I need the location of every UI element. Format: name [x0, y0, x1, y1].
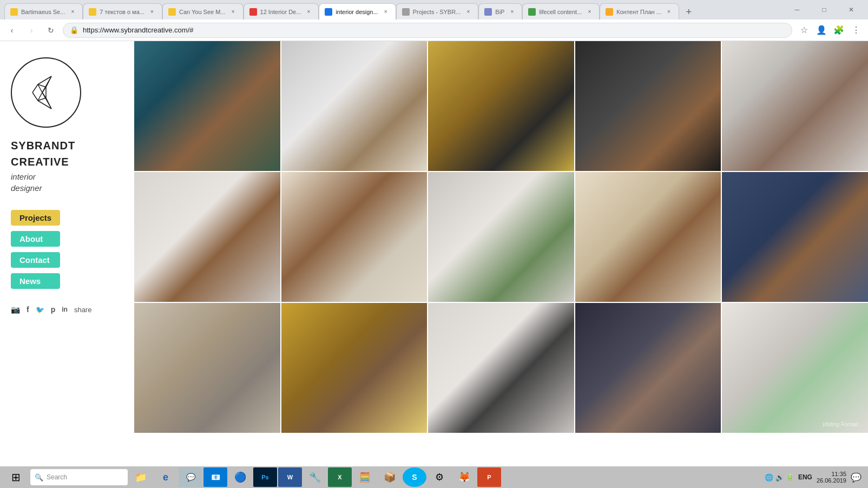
- tab-close[interactable]: ×: [148, 8, 156, 16]
- brand-name-line2: CREATIVE: [11, 155, 69, 169]
- tab-canyousee[interactable]: Can You See M... ×: [162, 3, 244, 19]
- gallery-image-12: [281, 303, 428, 433]
- reload-button[interactable]: ↻: [43, 23, 58, 38]
- watermark-text: Visiting Format...: [822, 421, 863, 427]
- maximize-button[interactable]: □: [812, 2, 837, 18]
- facebook-icon[interactable]: f: [27, 305, 29, 314]
- forward-button[interactable]: ›: [24, 23, 39, 38]
- tab-close[interactable]: ×: [464, 8, 472, 16]
- tab-label: Контент План ...: [616, 9, 661, 15]
- tab-close[interactable]: ×: [382, 8, 390, 16]
- linkedin-icon[interactable]: in: [62, 306, 68, 313]
- svg-line-2: [32, 93, 38, 101]
- address-bar: ‹ › ↻ 🔒 https://www.sybrandtcreative.com…: [0, 19, 868, 41]
- gallery-item-14[interactable]: [575, 303, 721, 433]
- tab-close[interactable]: ×: [508, 8, 516, 16]
- browser-chrome: Bartimaeus Se... × 7 текстов о ма... × C…: [0, 0, 868, 464]
- gallery-item-5[interactable]: [722, 41, 868, 171]
- tab-sybrandt[interactable]: interior design... ×: [319, 3, 396, 19]
- browser-titlebar: Bartimaeus Se... × 7 текстов о ма... × C…: [0, 0, 868, 19]
- gallery-item-2[interactable]: [281, 41, 428, 171]
- tab-favicon: [89, 8, 96, 16]
- tab-projects[interactable]: Projects - SYBR... ×: [396, 3, 479, 19]
- url-bar[interactable]: 🔒 https://www.sybrandtcreative.com/#: [63, 23, 792, 38]
- tab-7texts[interactable]: 7 текстов о ма... ×: [83, 3, 162, 19]
- tab-favicon: [10, 8, 18, 16]
- pinterest-icon[interactable]: p: [51, 305, 56, 314]
- tab-bartimaeus[interactable]: Bartimaeus Se... ×: [4, 3, 83, 19]
- close-button[interactable]: ✕: [839, 2, 864, 18]
- gallery-image-8: [428, 172, 574, 302]
- gallery-image-2: [281, 41, 428, 171]
- window-controls: ─ □ ✕: [785, 2, 864, 18]
- tab-favicon: [168, 8, 176, 16]
- gallery-image-9: [575, 172, 721, 302]
- tab-favicon: [402, 8, 410, 16]
- gallery-image-10: [722, 172, 868, 302]
- back-button[interactable]: ‹: [4, 23, 19, 38]
- gallery-image-1: [134, 41, 280, 171]
- gallery-item-3[interactable]: [428, 41, 574, 171]
- twitter-icon[interactable]: 🐦: [36, 306, 44, 314]
- gallery-item-11[interactable]: [134, 303, 280, 433]
- extensions-icon[interactable]: 🧩: [831, 23, 846, 38]
- tab-close[interactable]: ×: [665, 8, 673, 16]
- sidebar: SYBRANDT CREATIVE interior designer Proj…: [0, 41, 134, 464]
- menu-icon[interactable]: ⋮: [849, 23, 864, 38]
- brand-name-line1: SYBRANDT: [11, 139, 75, 153]
- gallery-image-11: [134, 303, 280, 433]
- gallery-image-14: [575, 303, 721, 433]
- tab-lifecell[interactable]: lifecell content... ×: [522, 3, 600, 19]
- tab-favicon: [528, 8, 536, 16]
- tab-favicon: [484, 8, 492, 16]
- tab-label: lifecell content...: [539, 9, 582, 15]
- svg-line-1: [32, 84, 38, 93]
- new-tab-button[interactable]: +: [681, 4, 696, 19]
- gallery-item-8[interactable]: [428, 172, 574, 302]
- tab-label: 7 текстов о ма...: [100, 9, 144, 15]
- tab-label: Bartimaeus Se...: [21, 9, 65, 15]
- nav-item-projects[interactable]: Projects: [11, 210, 60, 226]
- nav-menu: Projects About Contact News: [11, 210, 60, 289]
- tab-strip: Bartimaeus Se... × 7 текстов о ма... × C…: [4, 0, 778, 19]
- gallery-item-12[interactable]: [281, 303, 428, 433]
- tab-favicon: [606, 8, 613, 16]
- tab-label: BiP: [495, 9, 504, 15]
- profile-icon[interactable]: 👤: [814, 23, 829, 38]
- gallery-item-13[interactable]: [428, 303, 574, 433]
- tab-label: 12 Interior De...: [260, 9, 301, 15]
- tab-label: Can You See M...: [179, 9, 226, 15]
- nav-item-news[interactable]: News: [11, 273, 60, 289]
- tab-content-plan[interactable]: Контент План ... ×: [600, 3, 679, 19]
- tab-favicon: [249, 8, 257, 16]
- tab-close[interactable]: ×: [229, 8, 238, 16]
- tab-label: interior design...: [336, 9, 378, 15]
- gallery-item-7[interactable]: [281, 172, 428, 302]
- logo-svg: [22, 68, 70, 117]
- gallery-item-9[interactable]: [575, 172, 721, 302]
- gallery-item-6[interactable]: [134, 172, 280, 302]
- gallery-image-3: [428, 41, 574, 171]
- gallery-item-10[interactable]: [722, 172, 868, 302]
- gallery-item-1[interactable]: [134, 41, 280, 171]
- gallery-image-6: [134, 172, 280, 302]
- gallery-image-7: [281, 172, 428, 302]
- minimize-button[interactable]: ─: [785, 2, 810, 18]
- tab-close[interactable]: ×: [304, 8, 313, 16]
- tab-label: Projects - SYBR...: [413, 9, 461, 15]
- nav-item-about[interactable]: About: [11, 231, 60, 247]
- gallery-item-4[interactable]: [575, 41, 721, 171]
- tab-interior-design[interactable]: 12 Interior De... ×: [244, 3, 319, 19]
- share-link[interactable]: share: [74, 306, 92, 314]
- bookmark-star-icon[interactable]: ☆: [797, 23, 812, 38]
- tab-bip[interactable]: BiP ×: [478, 3, 522, 19]
- gallery-image-4: [575, 41, 721, 171]
- instagram-icon[interactable]: 📷: [11, 305, 20, 314]
- logo-container: [11, 57, 81, 128]
- gallery: Visiting Format...: [134, 41, 868, 464]
- tab-close[interactable]: ×: [585, 8, 594, 16]
- tab-close[interactable]: ×: [68, 8, 77, 16]
- gallery-image-15: [722, 303, 868, 433]
- nav-item-contact[interactable]: Contact: [11, 252, 60, 268]
- gallery-item-15[interactable]: Visiting Format...: [722, 303, 868, 433]
